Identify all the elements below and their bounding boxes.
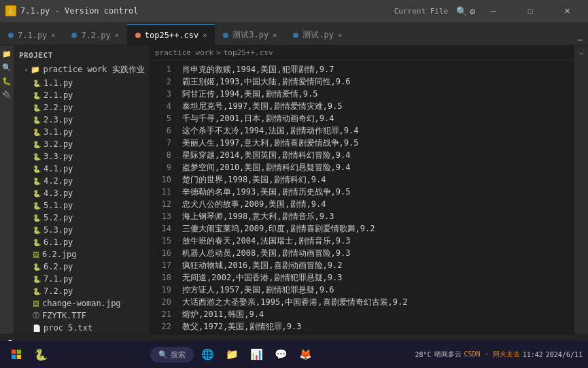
tab-close[interactable]: ✕ [273, 31, 277, 39]
taskbar-folder[interactable]: 📁 [221, 344, 243, 365]
sidebar-item-fzytk[interactable]: Ⓣ FZYTK.TTF [14, 310, 150, 322]
py-icon: 🐍 [33, 129, 41, 136]
py-icon: 🐍 [33, 227, 41, 234]
sidebar-item-3.1py[interactable]: 🐍 3.1.py [14, 126, 150, 138]
sidebar-item-4.2py[interactable]: 🐍 4.2.py [14, 175, 150, 187]
activity-extensions[interactable]: 🔌 [1, 89, 12, 100]
taskbar-edge[interactable]: 🌐 [196, 344, 218, 365]
line-number: 2 [150, 76, 171, 88]
sidebar-item-6.2jpg[interactable]: 🖼 6.2.jpg [14, 248, 150, 261]
taskbar-app-icon[interactable]: 🐍 [30, 344, 52, 365]
tab-7.1py[interactable]: 7.1.py ✕ [0, 24, 63, 45]
title-bar: 🐍 7.1.py - Version control Current File … [0, 0, 588, 22]
line-number: 19 [150, 284, 171, 296]
py-icon: 🐍 [33, 239, 41, 246]
maximize-button[interactable]: □ [515, 0, 546, 22]
taskbar-search[interactable]: 🔍 搜索 [150, 347, 194, 363]
close-button[interactable]: ✕ [551, 0, 583, 22]
tab-close[interactable]: ✕ [203, 31, 207, 39]
code-line: 教父,1972,美国,剧情犯罪,9.3 [182, 320, 569, 333]
activity-search[interactable]: 🔍 [1, 62, 12, 73]
py-icon: 🐍 [33, 80, 41, 87]
sidebar: Project ▾ 📁 practice work 实践作业 🐍 1.1.py … [14, 46, 150, 334]
sidebar-item-2.2py[interactable]: 🐍 2.2.py [14, 101, 150, 114]
sidebar-item-5.2py[interactable]: 🐍 5.2.py [14, 212, 150, 224]
code-line: 阿甘正传,1994,美国,剧情爱情,9.5 [182, 88, 569, 100]
sidebar-item-6.1py[interactable]: 🐍 6.1.py [14, 236, 150, 248]
code-line: 疯狂动物城,2016,美国,喜剧动画冒险,9.2 [182, 259, 569, 271]
tab-bar: 7.1.py ✕ 7.2.py ✕ top25++.csv ✕ 测试3.py ✕… [0, 22, 588, 46]
line-numbers: 1234567891011121314151617181920212223242… [150, 61, 177, 334]
right-panel-collapse-icon[interactable]: ⋯ [578, 48, 585, 58]
sidebar-item-7.1py[interactable]: 🐍 7.1.py [14, 273, 150, 285]
line-number: 10 [150, 173, 171, 186]
taskbar-date: 2024/6/11 [546, 351, 583, 358]
sidebar-item-2.3py[interactable]: 🐍 2.3.py [14, 114, 150, 126]
sidebar-item-4.3py[interactable]: 🐍 4.3.py [14, 187, 150, 199]
sidebar-item-label: 4.1.py [44, 164, 73, 173]
taskbar-app3[interactable]: 💬 [270, 344, 292, 365]
icon-search[interactable]: 🔍 [456, 6, 467, 16]
sidebar-item-proc5[interactable]: 📄 proc 5.txt [14, 322, 150, 334]
sidebar-item-practice-work[interactable]: ▾ 📁 practice work 实践作业 [14, 63, 150, 77]
taskbar-app4[interactable]: 🦊 [294, 344, 316, 365]
sidebar-item-label: 3.1.py [44, 127, 73, 137]
sidebar-item-1.1py[interactable]: 🐍 1.1.py [14, 77, 150, 89]
search-icon: 🔍 [158, 350, 168, 359]
py-icon: 🐍 [33, 275, 41, 283]
tab-bar-menu-icon[interactable]: ⋯ [572, 35, 588, 45]
activity-explorer[interactable]: 📁 [1, 48, 12, 59]
sidebar-item-2.1py[interactable]: 🐍 2.1.py [14, 89, 150, 101]
sidebar-item-label: 2.1.py [44, 90, 73, 100]
minimize-button[interactable]: ─ [478, 0, 509, 22]
sidebar-item-7.2py[interactable]: 🐍 7.2.py [14, 285, 150, 297]
jpg-icon: 🖼 [33, 300, 39, 307]
tab-close[interactable]: ✕ [115, 31, 119, 39]
title-bar-right: Current File 🔍 ⚙ ─ □ ✕ [394, 0, 583, 22]
py-icon: 🐍 [33, 165, 41, 173]
breadcrumb-sep1: > [216, 48, 221, 57]
icon-settings[interactable]: ⚙ [470, 6, 475, 16]
sidebar-item-change-woman[interactable]: 🖼 change-woman.jpg [14, 297, 150, 310]
code-line: 盗梦空间,2010,美国,剧情科幻悬疑冒险,9.4 [182, 161, 569, 173]
tab-icon-py [71, 33, 77, 38]
current-file-label: Current File [394, 7, 448, 16]
svg-rect-2 [12, 355, 16, 359]
sidebar-item-label: 2.2.py [44, 103, 73, 112]
code-line: 大话西游之大圣娶亲,1995,中国香港,喜剧爱情奇幻古装,9.2 [182, 296, 569, 308]
py-icon: 🐍 [33, 116, 41, 124]
tab-close[interactable]: ✕ [51, 31, 55, 39]
start-button[interactable] [5, 344, 27, 365]
tab-test[interactable]: 测试.py ✕ [285, 24, 350, 45]
line-number: 7 [150, 137, 171, 149]
taskbar-left: 🐍 [5, 344, 52, 365]
sidebar-item-5.3py[interactable]: 🐍 5.3.py [14, 224, 150, 236]
tab-label: 7.1.py [18, 31, 47, 40]
sidebar-item-3.3py[interactable]: 🐍 3.3.py [14, 150, 150, 163]
sidebar-item-3.2py[interactable]: 🐍 3.2.py [14, 138, 150, 150]
tab-test3[interactable]: 测试3.py ✕ [215, 24, 285, 45]
tab-close[interactable]: ✕ [338, 31, 342, 39]
sidebar-item-4.1py[interactable]: 🐍 4.1.py [14, 163, 150, 175]
sidebar-item-label: 3.3.py [44, 152, 73, 161]
code-line: 控方证人,1957,美国,剧情犯罪悬疑,9.6 [182, 284, 569, 296]
line-number: 16 [150, 247, 171, 259]
taskbar-app2[interactable]: 📊 [245, 344, 267, 365]
sidebar-item-6.2py[interactable]: 🐍 6.2.py [14, 261, 150, 273]
breadcrumb-part2: top25++.csv [224, 48, 273, 57]
tab-top25csv[interactable]: top25++.csv ✕ [127, 24, 215, 45]
taskbar: 🐍 🔍 搜索 🌐 📁 📊 💬 🦊 28°C 晴间多云 CSDN · 阿火去去 1… [0, 341, 588, 368]
tab-7.2py[interactable]: 7.2.py ✕ [63, 24, 126, 45]
jpg-icon: 🖼 [33, 251, 39, 258]
sidebar-item-label: 2.3.py [44, 115, 73, 124]
txt-icon: 📄 [33, 324, 41, 332]
folder-icon: 📁 [31, 65, 40, 74]
sidebar-item-5.1py[interactable]: 🐍 5.1.py [14, 199, 150, 212]
code-line: 熔炉,2011,韩国,9.4 [182, 308, 569, 320]
line-number: 21 [150, 308, 171, 320]
sidebar-project-section: Project ▾ 📁 practice work 实践作业 🐍 1.1.py … [14, 46, 150, 334]
activity-debug[interactable]: 🐛 [1, 76, 12, 86]
editor-content: 1234567891011121314151617181920212223242… [150, 61, 574, 334]
code-line: 肖申克的救赎,1994,美国,犯罪剧情,9.7 [182, 63, 569, 76]
code-editor[interactable]: 肖申克的救赎,1994,美国,犯罪剧情,9.7霸王别姬,1993,中国大陆,剧情… [177, 61, 574, 334]
